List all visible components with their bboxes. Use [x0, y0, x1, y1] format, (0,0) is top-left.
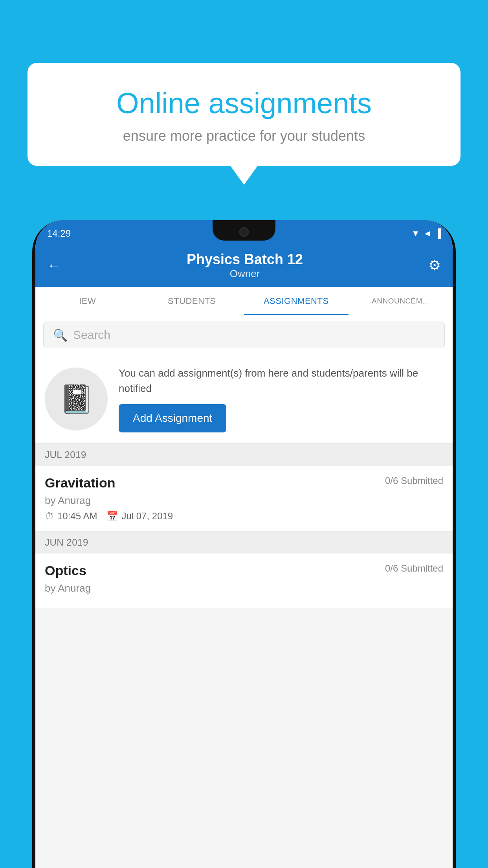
speech-bubble: Online assignments ensure more practice …	[28, 63, 460, 166]
assignment-date-gravitation: 📅 Jul 07, 2019	[106, 511, 173, 522]
signal-icon: ◄	[423, 228, 432, 239]
calendar-icon: 📅	[106, 511, 118, 522]
assignment-author-optics: by Anurag	[45, 582, 443, 594]
assignment-author-gravitation: by Anurag	[45, 495, 443, 507]
add-assignment-button[interactable]: Add Assignment	[119, 404, 226, 432]
month-label-jun: JUN 2019	[45, 537, 88, 548]
tabs-bar: IEW STUDENTS ASSIGNMENTS ANNOUNCEM...	[35, 287, 453, 315]
month-divider-jul: JUL 2019	[35, 444, 453, 466]
assignment-title-gravitation: Gravitation	[45, 475, 115, 491]
time-value-gravitation: 10:45 AM	[57, 511, 97, 522]
speech-bubble-container: Online assignments ensure more practice …	[28, 63, 460, 166]
add-assignment-promo: 📓 You can add assignment(s) from here an…	[35, 355, 453, 444]
assignment-header-optics: Optics 0/6 Submitted	[45, 563, 443, 578]
phone-notch	[213, 220, 275, 241]
search-input[interactable]: Search	[73, 328, 110, 342]
search-icon: 🔍	[53, 328, 68, 342]
promo-content: You can add assignment(s) from here and …	[119, 366, 443, 432]
phone-screen: 14:29 ▼ ◄ ▐ ← Physics Batch 12 Owner ⚙ I…	[35, 220, 453, 868]
promo-icon-circle: 📓	[45, 368, 108, 430]
status-time: 14:29	[47, 228, 71, 239]
assignment-item-optics[interactable]: Optics 0/6 Submitted by Anurag	[35, 554, 453, 608]
phone-frame: 14:29 ▼ ◄ ▐ ← Physics Batch 12 Owner ⚙ I…	[32, 220, 456, 868]
phone-camera	[239, 227, 249, 237]
back-button[interactable]: ←	[47, 257, 61, 274]
date-value-gravitation: Jul 07, 2019	[121, 511, 173, 522]
assignment-submitted-gravitation: 0/6 Submitted	[385, 475, 443, 486]
assignment-header-gravitation: Gravitation 0/6 Submitted	[45, 475, 443, 491]
tab-assignments[interactable]: ASSIGNMENTS	[244, 287, 349, 315]
speech-bubble-subtitle: ensure more practice for your students	[55, 128, 433, 144]
assignment-submitted-optics: 0/6 Submitted	[385, 563, 443, 574]
wifi-icon: ▼	[411, 228, 420, 239]
header-title-main: Physics Batch 12	[61, 251, 428, 268]
tab-students[interactable]: STUDENTS	[140, 287, 244, 315]
assignment-time-gravitation: ⏱ 10:45 AM	[45, 511, 97, 522]
month-divider-jun: JUN 2019	[35, 531, 453, 554]
tab-iew[interactable]: IEW	[35, 287, 140, 315]
search-container: 🔍 Search	[35, 315, 453, 355]
promo-text: You can add assignment(s) from here and …	[119, 366, 443, 396]
tab-announcements[interactable]: ANNOUNCEM...	[349, 287, 453, 315]
header-title-block: Physics Batch 12 Owner	[61, 251, 428, 280]
speech-bubble-title: Online assignments	[55, 86, 433, 120]
status-icons: ▼ ◄ ▐	[411, 228, 441, 239]
clock-icon: ⏱	[45, 511, 54, 522]
assignment-title-optics: Optics	[45, 563, 86, 578]
assignment-item-gravitation[interactable]: Gravitation 0/6 Submitted by Anurag ⏱ 10…	[35, 466, 453, 531]
assignment-icon: 📓	[59, 383, 94, 415]
app-background: Online assignments ensure more practice …	[0, 0, 488, 868]
header-title-subtitle: Owner	[61, 268, 428, 280]
search-bar[interactable]: 🔍 Search	[43, 322, 445, 348]
month-label-jul: JUL 2019	[45, 449, 86, 460]
settings-icon[interactable]: ⚙	[428, 257, 441, 274]
app-header: ← Physics Batch 12 Owner ⚙	[35, 244, 453, 287]
battery-icon: ▐	[435, 228, 441, 239]
assignment-details-gravitation: ⏱ 10:45 AM 📅 Jul 07, 2019	[45, 511, 443, 522]
